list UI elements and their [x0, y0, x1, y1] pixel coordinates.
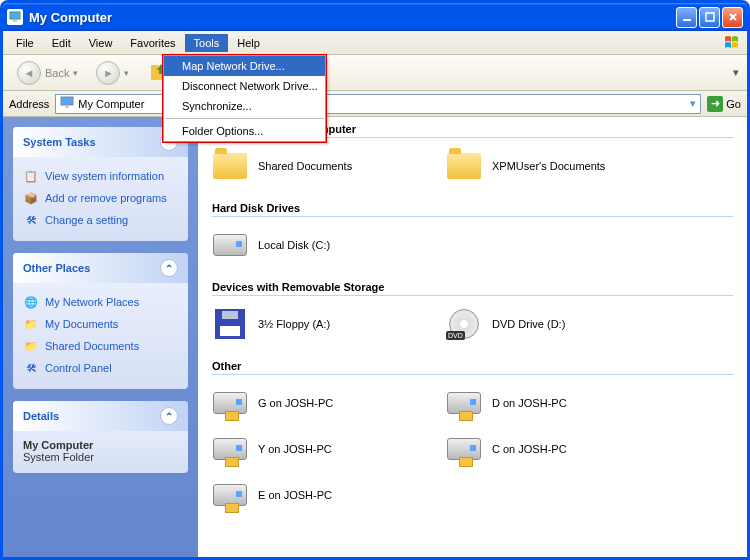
link-view-system-info[interactable]: 📋View system information [23, 165, 178, 187]
panel-header[interactable]: Other Places ⌃ [13, 253, 188, 283]
svg-rect-7 [65, 106, 69, 108]
item-netdrive-d[interactable]: D on JOSH-PC [446, 385, 656, 421]
link-shared-documents[interactable]: 📁Shared Documents [23, 335, 178, 357]
group-separator [212, 374, 733, 375]
menu-file[interactable]: File [7, 34, 43, 52]
item-label: C on JOSH-PC [492, 443, 567, 455]
menu-separator [165, 118, 324, 119]
item-local-disk-c[interactable]: Local Disk (C:) [212, 227, 422, 263]
panel-header[interactable]: Details ⌃ [13, 401, 188, 431]
window: My Computer File Edit View Favorites Too… [0, 0, 750, 560]
link-add-remove-programs[interactable]: 📦Add or remove programs [23, 187, 178, 209]
network-drive-icon [446, 385, 482, 421]
window-controls [676, 7, 743, 28]
item-netdrive-e[interactable]: E on JOSH-PC [212, 477, 422, 513]
back-label: Back [45, 67, 69, 79]
group-title-other: Other [212, 360, 733, 372]
group-separator [212, 295, 733, 296]
address-input[interactable]: My Computer ▾ [55, 94, 701, 114]
menu-disconnect-network-drive[interactable]: Disconnect Network Drive... [164, 76, 325, 96]
item-label: DVD Drive (D:) [492, 318, 565, 330]
link-control-panel[interactable]: 🛠Control Panel [23, 357, 178, 379]
item-netdrive-g[interactable]: G on JOSH-PC [212, 385, 422, 421]
details-name: My Computer [23, 439, 178, 451]
menu-tools[interactable]: Tools [185, 34, 229, 52]
tools-dropdown: Map Network Drive... Disconnect Network … [163, 55, 326, 142]
group-title-hdd: Hard Disk Drives [212, 202, 733, 214]
sidebar: System Tasks ⌃ 📋View system information … [3, 117, 198, 557]
windows-flag-icon [723, 34, 743, 52]
network-drive-icon [212, 477, 248, 513]
address-value: My Computer [78, 98, 144, 110]
folder-icon [212, 148, 248, 184]
item-label: Y on JOSH-PC [258, 443, 332, 455]
menubar: File Edit View Favorites Tools Help Map … [3, 31, 747, 55]
address-label: Address [9, 98, 49, 110]
svg-rect-0 [10, 12, 20, 19]
item-label: Shared Documents [258, 160, 352, 172]
item-netdrive-c[interactable]: C on JOSH-PC [446, 431, 656, 467]
maximize-button[interactable] [699, 7, 720, 28]
item-label: E on JOSH-PC [258, 489, 332, 501]
panel-header[interactable]: System Tasks ⌃ [13, 127, 188, 157]
item-label: Local Disk (C:) [258, 239, 330, 251]
go-button[interactable]: ➜ Go [707, 96, 741, 112]
menu-map-network-drive[interactable]: Map Network Drive... [164, 56, 325, 76]
menu-folder-options[interactable]: Folder Options... [164, 121, 325, 141]
go-label: Go [726, 98, 741, 110]
collapse-icon[interactable]: ⌃ [160, 259, 178, 277]
menu-help[interactable]: Help [228, 34, 269, 52]
menu-edit[interactable]: Edit [43, 34, 80, 52]
toolbar: ◄ Back ▾ ► ▾ ▾ [3, 55, 747, 91]
item-floppy-a[interactable]: 3½ Floppy (A:) [212, 306, 422, 342]
link-my-network-places[interactable]: 🌐My Network Places [23, 291, 178, 313]
forward-button[interactable]: ► ▾ [90, 58, 135, 88]
dvd-icon: DVD [446, 306, 482, 342]
panel-details: Details ⌃ My Computer System Folder [13, 401, 188, 473]
main-view: omputer Shared Documents XPMUser's Docum… [198, 117, 747, 557]
item-label: XPMUser's Documents [492, 160, 605, 172]
toolbar-chevron-icon[interactable]: ▾ [733, 66, 739, 79]
back-button[interactable]: ◄ Back ▾ [11, 58, 84, 88]
item-shared-documents[interactable]: Shared Documents [212, 148, 422, 184]
window-title: My Computer [29, 10, 676, 25]
collapse-icon[interactable]: ⌃ [160, 407, 178, 425]
chevron-down-icon[interactable]: ▾ [690, 97, 696, 110]
item-netdrive-y[interactable]: Y on JOSH-PC [212, 431, 422, 467]
item-dvd-d[interactable]: DVD DVD Drive (D:) [446, 306, 656, 342]
menu-view[interactable]: View [80, 34, 122, 52]
item-label: D on JOSH-PC [492, 397, 567, 409]
hdd-icon [212, 227, 248, 263]
menu-favorites[interactable]: Favorites [121, 34, 184, 52]
group-separator [212, 216, 733, 217]
item-user-documents[interactable]: XPMUser's Documents [446, 148, 656, 184]
content: System Tasks ⌃ 📋View system information … [3, 117, 747, 557]
panel-title: Details [23, 410, 59, 422]
panel-title: System Tasks [23, 136, 96, 148]
svg-rect-5 [151, 65, 159, 69]
panel-system-tasks: System Tasks ⌃ 📋View system information … [13, 127, 188, 241]
panel-title: Other Places [23, 262, 90, 274]
svg-rect-1 [13, 20, 17, 22]
network-drive-icon [212, 385, 248, 421]
network-drive-icon [212, 431, 248, 467]
chevron-down-icon: ▾ [124, 68, 129, 78]
chevron-down-icon: ▾ [73, 68, 78, 78]
link-change-setting[interactable]: 🛠Change a setting [23, 209, 178, 231]
link-my-documents[interactable]: 📁My Documents [23, 313, 178, 335]
minimize-button[interactable] [676, 7, 697, 28]
close-button[interactable] [722, 7, 743, 28]
details-type: System Folder [23, 451, 178, 463]
menu-synchronize[interactable]: Synchronize... [164, 96, 325, 116]
panel-other-places: Other Places ⌃ 🌐My Network Places 📁My Do… [13, 253, 188, 389]
svg-rect-2 [683, 19, 691, 21]
svg-rect-3 [706, 13, 714, 21]
address-bar: Address My Computer ▾ ➜ Go [3, 91, 747, 117]
svg-rect-6 [61, 97, 73, 105]
back-icon: ◄ [17, 61, 41, 85]
network-icon: 🌐 [23, 294, 39, 310]
my-computer-icon [7, 9, 23, 25]
package-icon: 📦 [23, 190, 39, 206]
settings-icon: 🛠 [23, 212, 39, 228]
titlebar: My Computer [3, 3, 747, 31]
